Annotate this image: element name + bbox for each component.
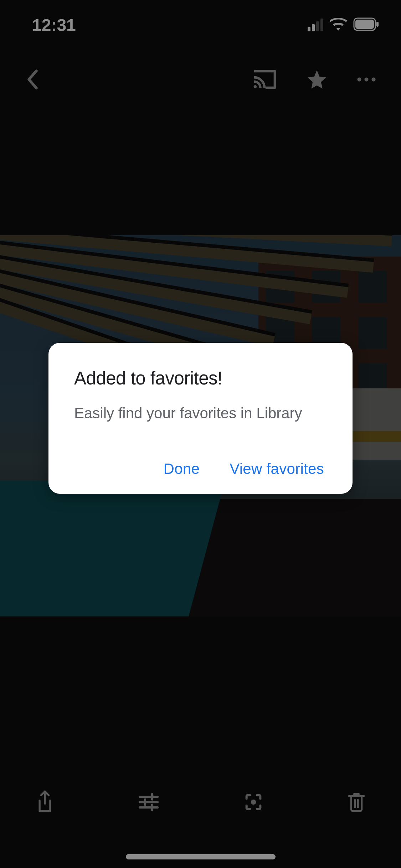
dialog-body: Easily find your favorites in Library — [74, 403, 327, 424]
dialog-actions: Done View favorites — [74, 456, 327, 482]
favorites-dialog: Added to favorites! Easily find your fav… — [48, 343, 353, 494]
dialog-title: Added to favorites! — [74, 368, 327, 389]
done-button[interactable]: Done — [161, 456, 203, 482]
view-favorites-button[interactable]: View favorites — [227, 456, 327, 482]
